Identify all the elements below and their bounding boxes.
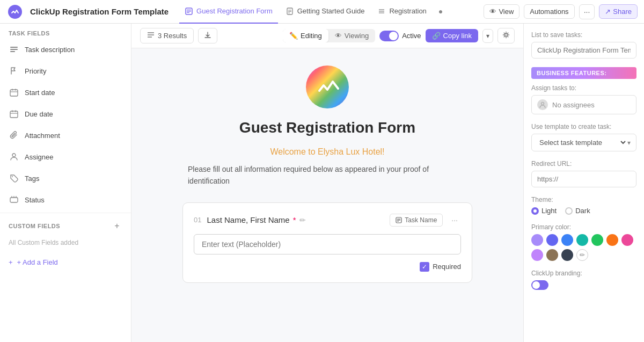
primary-color-section: Primary color: ✏ bbox=[531, 223, 636, 261]
results-count: 3 Results bbox=[158, 32, 187, 40]
no-assignees-label: No assignees bbox=[552, 101, 595, 109]
sidebar-item-tags[interactable]: Tags bbox=[0, 168, 131, 189]
tab-registration[interactable]: Registration bbox=[372, 0, 431, 24]
branding-knob bbox=[532, 281, 540, 289]
active-label: Active bbox=[402, 32, 421, 40]
color-swatch-1[interactable] bbox=[546, 234, 558, 246]
toolbar-left: 3 Results bbox=[140, 28, 217, 43]
eye-icon: 👁 bbox=[335, 32, 342, 40]
field-more-button[interactable]: ··· bbox=[448, 215, 461, 225]
align-icon bbox=[9, 44, 19, 55]
theme-dark-option[interactable]: Dark bbox=[565, 207, 590, 215]
theme-row: Light Dark bbox=[531, 207, 636, 215]
sidebar-item-task-description[interactable]: Task description bbox=[0, 39, 131, 60]
form-field-card: 01 Last Name, First Name * ✏ Task Name ·… bbox=[182, 202, 472, 283]
form-preview: Guest Registration Form Welcome to Elysh… bbox=[131, 48, 523, 342]
tab-registration-label: Registration bbox=[389, 7, 426, 15]
svg-rect-12 bbox=[10, 47, 18, 48]
plus-icon: + bbox=[9, 258, 13, 266]
sidebar-item-attachment[interactable]: Attachment bbox=[0, 125, 131, 146]
sidebar-item-priority[interactable]: Priority bbox=[0, 60, 131, 82]
view-button[interactable]: 👁 View bbox=[484, 4, 519, 19]
left-sidebar: TASK FIELDS Task description Priority St… bbox=[0, 24, 131, 342]
color-swatch-5[interactable] bbox=[606, 234, 618, 246]
settings-button[interactable] bbox=[497, 28, 515, 43]
copy-link-more[interactable]: ▾ bbox=[482, 29, 493, 43]
color-swatch-6[interactable] bbox=[621, 234, 633, 246]
eye-icon: 👁 bbox=[489, 8, 496, 16]
color-grid: ✏ bbox=[531, 234, 636, 261]
list-icon bbox=[377, 7, 386, 16]
theme-section: Theme: Light Dark bbox=[531, 196, 636, 215]
app-title: ClickUp Registration Form Template bbox=[30, 7, 169, 16]
light-label: Light bbox=[541, 207, 557, 215]
add-field-button[interactable]: + + Add a Field bbox=[0, 253, 131, 272]
required-checkbox[interactable]: ✓ bbox=[420, 262, 429, 272]
assign-row[interactable]: No assignees bbox=[531, 95, 636, 114]
color-swatch-4[interactable] bbox=[591, 234, 603, 246]
task-fields-label: TASK FIELDS bbox=[0, 24, 131, 39]
sidebar-item-start-date[interactable]: Start date bbox=[0, 82, 131, 103]
form-logo bbox=[306, 66, 349, 108]
share-button[interactable]: ↗ Share bbox=[599, 4, 638, 19]
field-footer: ✓ Required bbox=[194, 262, 461, 272]
nav-more-button[interactable]: ··· bbox=[579, 4, 595, 19]
custom-fields-section: CUSTOM FIELDS + bbox=[0, 215, 131, 237]
tag-icon bbox=[9, 173, 19, 184]
active-switch[interactable] bbox=[379, 31, 399, 41]
tab-guest-label: Guest Registration Form bbox=[196, 7, 273, 15]
add-custom-field-button[interactable]: + bbox=[112, 221, 122, 231]
color-swatch-0[interactable] bbox=[531, 234, 543, 246]
assign-section: Assign tasks to: No assignees bbox=[531, 84, 636, 114]
sidebar-item-due-date[interactable]: Due date bbox=[0, 103, 131, 125]
branding-switch[interactable] bbox=[531, 280, 548, 290]
form-welcome: Welcome to Elysha Lux Hotel! bbox=[270, 147, 384, 157]
chevron-down-icon: ▾ bbox=[627, 139, 631, 147]
color-swatch-2[interactable] bbox=[561, 234, 573, 246]
field-label: Last Name, First Name * ✏ bbox=[207, 215, 384, 224]
editing-button[interactable]: ✏️ Editing bbox=[283, 29, 328, 42]
tab-getting-started[interactable]: Getting Started Guide bbox=[280, 0, 370, 24]
tab-guest-registration[interactable]: Guest Registration Form bbox=[179, 0, 278, 24]
svg-point-24 bbox=[12, 176, 13, 177]
form-description: Please fill out all information required… bbox=[188, 163, 467, 187]
svg-rect-19 bbox=[10, 111, 18, 118]
viewing-button[interactable]: 👁 Viewing bbox=[328, 29, 375, 42]
branding-label: ClickUp branding: bbox=[531, 270, 636, 277]
template-select[interactable]: Select task template bbox=[537, 138, 627, 147]
circle-icon: ● bbox=[438, 7, 443, 16]
field-placeholder-input[interactable] bbox=[194, 234, 461, 254]
automations-button[interactable]: Automations bbox=[524, 4, 574, 19]
flag-icon bbox=[9, 66, 19, 76]
field-tag-button[interactable]: Task Name bbox=[390, 214, 443, 227]
status-icon bbox=[9, 194, 19, 205]
person-icon bbox=[9, 151, 19, 162]
dark-radio[interactable] bbox=[565, 207, 573, 215]
tab-more[interactable]: ● bbox=[434, 0, 447, 24]
color-swatch-8[interactable] bbox=[546, 249, 558, 261]
download-button[interactable] bbox=[198, 28, 217, 43]
field-edit-icon[interactable]: ✏ bbox=[299, 216, 306, 224]
pencil-icon: ✏️ bbox=[289, 32, 298, 40]
sidebar-item-assignee[interactable]: Assignee bbox=[0, 146, 131, 168]
toolbar-right: ✏️ Editing 👁 Viewing Active 🔗 bbox=[283, 28, 515, 43]
theme-light-option[interactable]: Light bbox=[531, 207, 557, 215]
light-radio[interactable] bbox=[531, 207, 539, 215]
color-swatch-3[interactable] bbox=[576, 234, 588, 246]
results-button[interactable]: 3 Results bbox=[140, 28, 194, 43]
business-features-bar: BUSINESS FEATURES: bbox=[531, 67, 636, 79]
custom-fields-label: CUSTOM FIELDS bbox=[9, 223, 60, 229]
required-label: Required bbox=[433, 263, 461, 271]
field-header: 01 Last Name, First Name * ✏ Task Name ·… bbox=[194, 214, 461, 227]
copy-link-button[interactable]: 🔗 Copy link bbox=[426, 29, 478, 42]
color-picker-button[interactable]: ✏ bbox=[576, 249, 588, 261]
sidebar-item-status[interactable]: Status bbox=[0, 189, 131, 210]
theme-label: Theme: bbox=[531, 196, 636, 203]
redirect-input[interactable] bbox=[531, 171, 636, 187]
color-swatch-9[interactable] bbox=[561, 249, 573, 261]
color-swatch-7[interactable] bbox=[531, 249, 543, 261]
svg-point-23 bbox=[12, 154, 16, 157]
right-panel: List to save tasks: BUSINESS FEATURES: A… bbox=[523, 24, 644, 342]
form-title: Guest Registration Form bbox=[239, 119, 415, 136]
list-save-input[interactable] bbox=[531, 42, 636, 59]
